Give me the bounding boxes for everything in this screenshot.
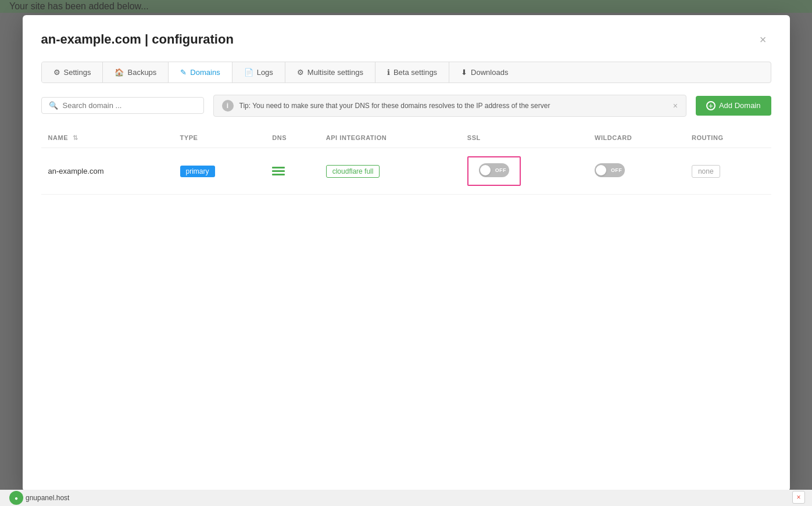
wildcard-toggle-label: off xyxy=(611,167,622,173)
col-header-type: TYPE xyxy=(173,128,266,148)
modal-close-button[interactable]: × xyxy=(755,31,771,48)
domains-table: NAME ⇅ TYPE DNS API INTEGRATION SSL xyxy=(41,128,771,195)
toggle-knob xyxy=(480,165,491,175)
wildcard-toggle[interactable]: off xyxy=(595,163,625,177)
beta-icon: ℹ xyxy=(387,68,390,77)
modal-header: an-example.com | configuration × xyxy=(41,31,771,48)
backups-icon: 🏠 xyxy=(115,68,124,77)
search-icon: 🔍 xyxy=(49,101,58,110)
dns-connected-icon xyxy=(272,167,312,175)
col-header-routing: ROUTING xyxy=(685,128,771,148)
domains-icon: ✎ xyxy=(180,68,187,77)
tab-beta[interactable]: ℹ Beta settings xyxy=(375,62,449,82)
ssl-toggle[interactable]: off xyxy=(479,163,509,177)
routing-badge: none xyxy=(692,165,720,178)
col-header-api: API INTEGRATION xyxy=(319,128,460,148)
table-row: an-example.com primary cloudflare full xyxy=(41,148,771,194)
tip-text: Tip: You need to make sure that your DNS… xyxy=(239,102,550,110)
cell-name: an-example.com xyxy=(41,148,173,194)
logs-icon: 📄 xyxy=(244,68,253,77)
search-box: 🔍 xyxy=(41,97,204,114)
sort-icon: ⇅ xyxy=(73,134,78,141)
site-icon: ● xyxy=(9,491,23,505)
tip-box: i Tip: You need to make sure that your D… xyxy=(213,95,686,117)
cell-api: cloudflare full xyxy=(319,148,460,194)
tab-logs[interactable]: 📄 Logs xyxy=(232,62,285,82)
tab-backups[interactable]: 🏠 Backups xyxy=(103,62,169,82)
cell-type: primary xyxy=(173,148,266,194)
tabs-bar: ⚙ Settings 🏠 Backups ✎ Domains 📄 Logs ⚙ … xyxy=(41,62,771,83)
col-header-name: NAME ⇅ xyxy=(41,128,173,148)
add-domain-button[interactable]: + Add Domain xyxy=(696,96,771,116)
toolbar: 🔍 i Tip: You need to make sure that your… xyxy=(41,95,771,117)
cell-routing: none xyxy=(685,148,771,194)
site-name: gnupanel.host xyxy=(26,494,69,502)
plus-icon: + xyxy=(706,101,716,110)
col-header-ssl: SSL xyxy=(460,128,588,148)
settings-icon: ⚙ xyxy=(53,68,60,77)
tab-downloads[interactable]: ⬇ Downloads xyxy=(449,62,520,82)
bottom-bar-close-button[interactable]: × xyxy=(792,491,805,504)
wildcard-toggle-knob xyxy=(596,165,606,175)
multisite-icon: ⚙ xyxy=(297,68,304,77)
modal-title: an-example.com | configuration xyxy=(41,32,234,47)
type-badge: primary xyxy=(180,166,215,177)
ssl-toggle-label: off xyxy=(495,167,506,173)
downloads-icon: ⬇ xyxy=(461,68,467,77)
bottom-bar: ● gnupanel.host × xyxy=(0,490,812,506)
api-badge: cloudflare full xyxy=(326,165,380,178)
modal: an-example.com | configuration × ⚙ Setti… xyxy=(23,15,790,491)
search-input[interactable] xyxy=(63,101,196,110)
col-header-dns: DNS xyxy=(265,128,319,148)
modal-overlay: an-example.com | configuration × ⚙ Setti… xyxy=(0,0,812,506)
info-icon: i xyxy=(222,100,234,112)
tip-close-button[interactable]: × xyxy=(673,101,678,110)
cell-wildcard: off xyxy=(588,148,685,194)
col-header-wildcard: WILDCARD xyxy=(588,128,685,148)
tab-domains[interactable]: ✎ Domains xyxy=(169,62,232,82)
tab-multisite[interactable]: ⚙ Multisite settings xyxy=(285,62,375,82)
tab-settings[interactable]: ⚙ Settings xyxy=(42,62,103,82)
cell-ssl: off xyxy=(460,148,588,194)
cell-dns xyxy=(265,148,319,194)
